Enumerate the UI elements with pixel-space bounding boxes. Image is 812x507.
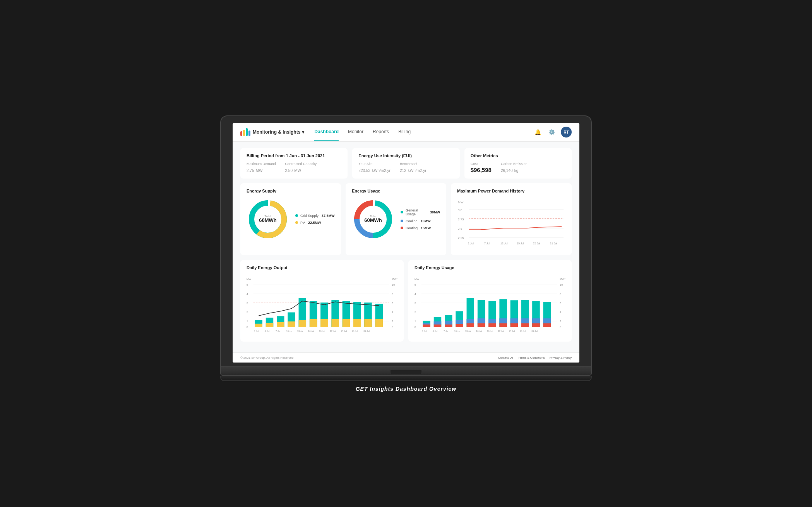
other-metrics-title: Other Metrics [471,153,565,158]
daily-usage-chart: MW 5 4 3 2 1 0 MWh 10 8 6 4 [415,275,565,335]
svg-rect-65 [331,319,339,327]
footer-contact[interactable]: Contact Us [498,356,514,359]
svg-text:0: 0 [560,326,561,328]
tab-billing[interactable]: Billing [398,124,411,141]
svg-text:1: 1 [247,320,248,322]
footer-copyright: © 2021 SP Group. All Rights Reserved. [240,356,295,359]
chevron-down-icon: ▾ [302,129,304,135]
svg-text:4 Jul: 4 Jul [433,330,437,332]
svg-text:MWh: MWh [392,277,397,280]
logo-icon [240,128,250,136]
svg-text:0: 0 [247,326,248,328]
svg-text:25 Jul: 25 Jul [509,330,515,332]
svg-rect-57 [288,321,295,327]
svg-text:4 Jul: 4 Jul [265,330,269,332]
svg-text:7 Jul: 7 Jul [276,330,280,332]
svg-text:0: 0 [392,326,393,328]
svg-text:60MWh: 60MWh [364,217,382,223]
brand-text: Monitoring & Insights [253,129,300,135]
svg-text:19 Jul: 19 Jul [487,330,493,332]
brand-name[interactable]: Monitoring & Insights ▾ [253,129,304,135]
svg-text:10: 10 [560,284,563,286]
svg-text:7 Jul: 7 Jul [484,242,490,245]
energy-usage-title: Energy Usage [352,189,440,193]
svg-rect-137 [532,323,540,327]
max-demand-label: Maximum Demand [247,162,276,166]
benchmark-value: 212 kWh/m2.yr [400,167,427,173]
svg-rect-107 [423,324,430,327]
svg-text:6: 6 [392,302,393,304]
svg-rect-67 [343,319,350,327]
svg-rect-119 [467,323,475,327]
tab-reports[interactable]: Reports [373,124,389,141]
nav-actions: 🔔 ⚙️ RT [533,127,572,137]
energy-usage-donut-container: Total 60MWh General Usage 30MW [352,198,440,241]
svg-text:31 Jul: 31 Jul [550,242,557,245]
svg-text:7 Jul: 7 Jul [444,330,448,332]
settings-icon[interactable]: ⚙️ [547,127,556,137]
svg-rect-113 [445,324,452,327]
svg-text:1 Jul: 1 Jul [422,330,427,332]
svg-rect-116 [456,324,463,327]
legend-general-usage: General Usage 30MW [401,208,440,216]
nav-tabs: Dashboard Monitor Reports Billing [314,124,533,141]
svg-rect-55 [277,322,284,327]
contracted-label: Contracted Capacity [285,162,317,166]
svg-text:8: 8 [392,292,393,295]
svg-text:2: 2 [415,311,416,313]
grid-supply-dot [295,214,298,217]
svg-text:16 Jul: 16 Jul [308,330,314,332]
avatar[interactable]: RT [561,127,572,137]
energy-usage-legend: General Usage 30MW Cooling 15MW [401,208,440,230]
svg-text:5: 5 [247,284,248,286]
notification-icon[interactable]: 🔔 [533,127,542,137]
tab-dashboard[interactable]: Dashboard [314,124,339,141]
your-site-value: 220.53 kWh/m2.yr [358,167,391,173]
svg-rect-122 [478,323,485,327]
legend-pv: PV 22.5MW [295,221,335,225]
footer-privacy[interactable]: Privacy & Policy [550,356,572,359]
svg-text:MWh: MWh [560,277,565,280]
heating-dot [401,227,403,229]
tab-monitor[interactable]: Monitor [348,124,363,141]
svg-rect-51 [255,323,262,327]
svg-text:10: 10 [392,284,395,286]
bottom-charts-row: Daily Energy Output MW 5 4 3 2 1 0 MWh [240,260,572,342]
svg-text:3: 3 [415,302,416,304]
laptop-base [220,367,592,376]
svg-text:13 Jul: 13 Jul [465,330,471,332]
legend-heating: Heating 15MW [401,226,440,230]
max-power-card: Maximum Power Demand History MW 3.0 2.75… [451,183,572,255]
svg-text:0: 0 [415,326,416,328]
energy-supply-donut-container: Total 60MWh Grid Supply 37.5MW [247,198,335,241]
svg-text:25 Jul: 25 Jul [341,330,347,332]
svg-rect-59 [299,320,307,327]
legend-grid-supply: Grid Supply 37.5MW [295,214,335,218]
dashboard-content: Billing Period from 1 Jun - 31 Jun 2021 … [233,142,579,352]
daily-output-chart: MW 5 4 3 2 1 0 MWh 10 8 6 4 [247,275,397,335]
billing-title: Billing Period from 1 Jun - 31 Jun 2021 [247,153,341,158]
energy-supply-donut: Total 60MWh [247,198,289,241]
daily-output-card: Daily Energy Output MW 5 4 3 2 1 0 MWh [240,260,404,342]
svg-text:MW: MW [458,201,464,204]
footer-terms[interactable]: Terms & Conditions [518,356,545,359]
page-subtitle: GET Insights Dashboard Overview [220,386,592,392]
svg-rect-71 [364,319,372,327]
svg-text:2.5: 2.5 [458,227,463,230]
eui-title: Energy Use Intensity (EUI) [358,153,453,158]
svg-text:19 Jul: 19 Jul [517,242,524,245]
cost-value: $96,598 [471,167,492,173]
svg-text:13 Jul: 13 Jul [297,330,303,332]
daily-usage-title: Daily Energy Usage [415,265,565,270]
svg-rect-61 [310,319,317,327]
svg-text:1 Jul: 1 Jul [468,242,474,245]
svg-text:31 Jul: 31 Jul [531,330,538,332]
svg-text:28 Jul: 28 Jul [352,330,358,332]
svg-text:2: 2 [560,320,561,322]
energy-supply-legend: Grid Supply 37.5MW PV 22.5MW [295,214,335,225]
svg-text:16 Jul: 16 Jul [476,330,482,332]
svg-rect-128 [499,323,507,327]
metrics-row: Billing Period from 1 Jun - 31 Jun 2021 … [240,148,572,179]
svg-text:2: 2 [392,320,393,322]
svg-text:2.75: 2.75 [458,218,464,221]
